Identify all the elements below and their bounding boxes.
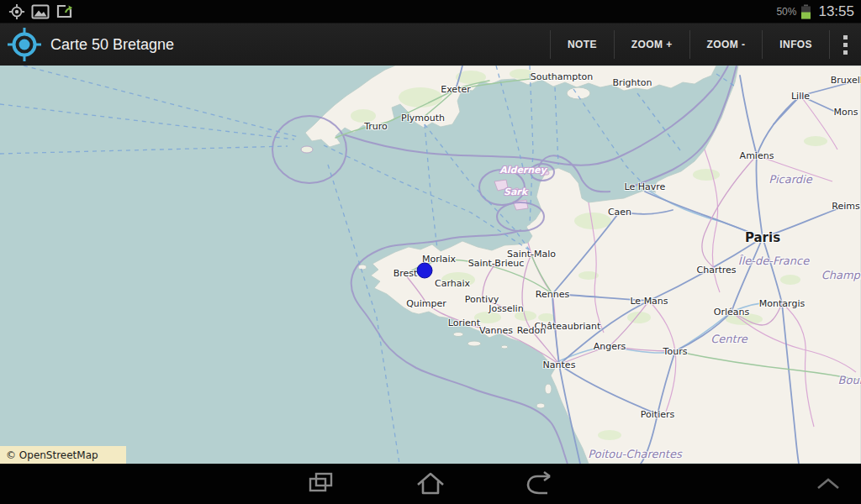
map-label-amiens: Amiens (740, 150, 774, 161)
map-label-poitou-charentes: Poitou-Charentes (588, 448, 681, 460)
map-label-southampton: Southampton (531, 71, 593, 82)
gps-target-icon (7, 27, 42, 62)
gallery-icon (31, 3, 50, 20)
map-view[interactable]: ExeterSouthamptonBrightonPlymouthTruroBr… (0, 66, 861, 464)
map-label-pontivy: Pontivy (465, 294, 499, 305)
map-label-bourgogne: Bourgogne (838, 374, 861, 386)
map-label-ch-teaubriant: Châteaubriant (535, 321, 601, 332)
map-label-brighton: Brighton (612, 77, 652, 88)
map-label-tours: Tours (663, 346, 688, 357)
action-buttons: NOTE ZOOM + ZOOM - INFOS (550, 24, 861, 66)
map-label-quimper: Quimper (406, 298, 446, 309)
map-label-exeter: Exeter (441, 84, 471, 95)
battery-icon (800, 3, 811, 20)
map-label-angers: Angers (594, 341, 626, 352)
map-label-sark: Sark (504, 186, 527, 197)
map-label-caen: Caen (608, 207, 631, 218)
back-icon[interactable] (501, 464, 577, 504)
status-bar: 50% 13:55 (0, 0, 861, 24)
map-label-nantes: Nantes (543, 360, 576, 370)
location-marker (417, 263, 433, 279)
map-label-bruxelles: Bruxelles (831, 75, 861, 86)
osm-attribution: © OpenStreetMap (0, 446, 126, 464)
map-label-carhaix: Carhaix (435, 278, 470, 289)
map-label-vannes: Vannes (479, 325, 513, 336)
map-label-saint-brieuc: Saint-Brieuc (468, 258, 525, 269)
map-label-lille: Lille (791, 91, 810, 102)
navigation-bar (0, 464, 861, 504)
map-label--le-de-france: Île-de-France (738, 255, 809, 267)
map-label-saint-malo: Saint-Malo (507, 249, 556, 260)
map-label-paris: Paris (745, 230, 780, 245)
map-label-plymouth: Plymouth (401, 113, 445, 123)
action-bar: Carte 50 Bretagne NOTE ZOOM + ZOOM - INF… (0, 24, 861, 66)
map-label-montargis: Montargis (759, 298, 805, 309)
status-indicators: 50% 13:55 (776, 3, 861, 20)
map-label-josselin: Josselin (489, 303, 523, 314)
status-icons (0, 3, 74, 20)
battery-percent: 50% (776, 6, 796, 18)
map-label-chartres: Chartres (696, 265, 736, 276)
map-label-centre: Centre (710, 333, 747, 345)
map-label-redon: Redon (517, 325, 547, 336)
map-label-champagne: Champagne (821, 269, 861, 281)
android-screen: 50% 13:55 Carte 50 Bretagne NOTE ZOOM + (0, 0, 861, 504)
map-label-lorient: Lorient (448, 318, 480, 328)
map-label-le-havre: Le Havre (625, 181, 666, 192)
recents-icon[interactable] (283, 464, 359, 504)
map-label-le-mans: Le Mans (630, 296, 668, 307)
infos-button[interactable]: INFOS (763, 24, 829, 66)
chevron-up-icon[interactable] (790, 464, 861, 504)
zoom-in-button[interactable]: ZOOM + (615, 24, 689, 66)
map-label-brest: Brest (394, 268, 418, 279)
home-icon[interactable] (393, 464, 468, 504)
map-label-reims: Reims (832, 201, 859, 212)
map-label-rennes: Rennes (536, 289, 569, 300)
zoom-out-button[interactable]: ZOOM - (690, 24, 763, 66)
location-icon (8, 3, 25, 20)
map-label-poitiers: Poitiers (641, 409, 674, 420)
overflow-menu-icon[interactable] (830, 24, 861, 66)
map-label-alderney: Alderney (499, 165, 547, 176)
map-label-truro: Truro (364, 121, 388, 132)
clock: 13:55 (818, 3, 854, 20)
note-button[interactable]: NOTE (551, 24, 614, 66)
map-label-mons: Mons (834, 107, 858, 118)
map-label-orl-ans: Orléans (714, 307, 749, 318)
page-title: Carte 50 Bretagne (50, 36, 174, 54)
map-label-picardie: Picardie (769, 173, 811, 186)
screenshot-icon (55, 3, 74, 20)
